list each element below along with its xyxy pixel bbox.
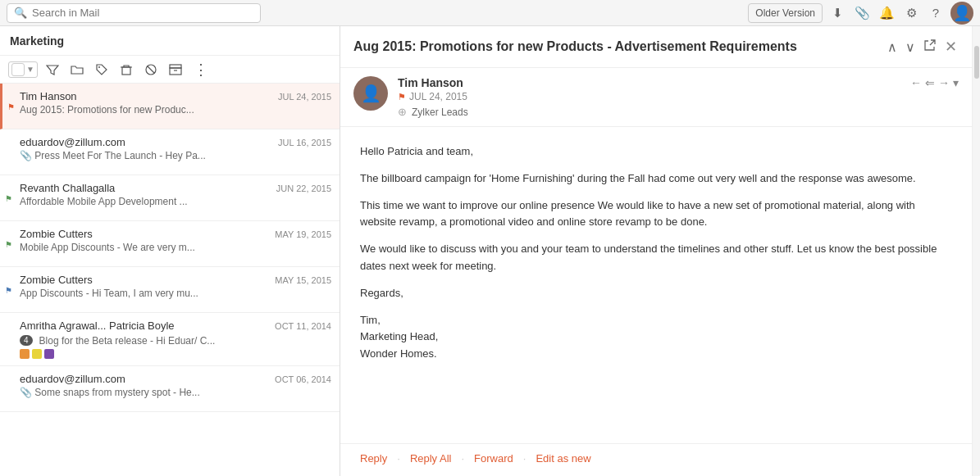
email-date-5: MAY 15, 2015 — [275, 275, 331, 285]
folder-icon — [71, 63, 84, 76]
email-date-7: OCT 06, 2014 — [275, 374, 331, 384]
meta-to: ⊕ Zylker Leads — [398, 106, 900, 118]
body-para-2: This time we want to improve our online … — [360, 197, 952, 232]
topbar: 🔍 Older Version ⬇ 📎 🔔 ⚙ ? 👤 — [0, 0, 980, 26]
flag-icon-blue-5: ⚑ — [5, 285, 12, 294]
body-para-1: The billboard campaign for 'Home Furnish… — [360, 170, 952, 188]
email-badge-6: 4 — [20, 335, 33, 346]
prev-email-button[interactable]: ∧ — [886, 38, 899, 57]
email-meta: 👤 Tim Hanson ⚑ JUL 24, 2015 ⊕ Zylker Lea… — [340, 68, 972, 127]
flag-icon-green-4: ⚑ — [5, 239, 12, 248]
email-item-7[interactable]: eduardov@zillum.com OCT 06, 2014 📎 Some … — [0, 366, 340, 412]
search-input[interactable] — [32, 7, 245, 19]
email-subject: Aug 2015: Promotions for new Products - … — [353, 39, 886, 54]
email-date-6: OCT 11, 2014 — [275, 321, 331, 331]
body-regards: Regards, — [360, 285, 952, 302]
svg-rect-1 — [122, 67, 130, 75]
sidebar-title: Marketing — [0, 26, 340, 56]
email-panel-actions: ∧ ∨ ✕ — [886, 36, 959, 57]
email-date-3: JUN 22, 2015 — [276, 184, 331, 193]
download-icon[interactable]: ⬇ — [827, 3, 847, 23]
email-panel-header: Aug 2015: Promotions for new Products - … — [340, 26, 972, 68]
reply-button[interactable]: Reply — [360, 452, 387, 465]
search-icon: 🔍 — [14, 7, 27, 19]
body-para-3: We would like to discuss with you and yo… — [360, 241, 952, 275]
email-preview-6: Blog for the Beta release - Hi Eduar/ C.… — [39, 335, 331, 347]
email-content-3: Revanth Challagalla JUN 22, 2015 Afforda… — [20, 182, 331, 207]
email-item-4[interactable]: ⚑ Zombie Cutters MAY 19, 2015 Mobile App… — [0, 221, 340, 267]
email-content-1: Tim Hanson JUL 24, 2015 Aug 2015: Promot… — [20, 90, 331, 116]
flag-icon-red: ⚑ — [7, 102, 15, 111]
reply-all-button[interactable]: Reply All — [410, 452, 452, 465]
sidebar-toolbar: ▼ ⋮ — [0, 56, 340, 84]
email-sender-4: Zombie Cutters — [20, 228, 93, 240]
color-tags-6 — [20, 349, 331, 359]
checkbox-dropdown[interactable]: ▼ — [8, 61, 38, 78]
archive-icon — [169, 63, 182, 76]
settings-icon[interactable]: ⚙ — [901, 3, 921, 23]
reply-all-header-button[interactable]: ⇐ — [925, 76, 935, 89]
email-content-6: Amritha Agrawal... Patricia Boyle OCT 11… — [20, 320, 331, 359]
right-scrollbar[interactable] — [972, 26, 980, 476]
help-icon[interactable]: ? — [926, 3, 946, 23]
body-greeting: Hello Patricia and team, — [360, 143, 952, 161]
email-item-5[interactable]: ⚑ Zombie Cutters MAY 15, 2015 App Discou… — [0, 267, 340, 313]
forward-button[interactable]: Forward — [474, 452, 513, 465]
tag-button[interactable] — [92, 61, 112, 78]
forward-header-button[interactable]: → — [938, 76, 950, 89]
topbar-right: Older Version ⬇ 📎 🔔 ⚙ ? 👤 — [748, 2, 973, 25]
email-item-2[interactable]: eduardov@zillum.com JUL 16, 2015 📎 Press… — [0, 129, 340, 175]
reply-header-button[interactable]: ← — [910, 76, 922, 89]
email-preview-5: App Discounts - Hi Team, I am very mu... — [20, 288, 331, 299]
email-date-2: JUL 16, 2015 — [278, 138, 331, 147]
meta-details: Tim Hanson ⚑ JUL 24, 2015 ⊕ Zylker Leads — [398, 76, 900, 118]
edit-as-new-button[interactable]: Edit as new — [536, 452, 590, 465]
close-panel-button[interactable]: ✕ — [943, 36, 959, 57]
body-signature: Tim, Marketing Head, Wonder Homes. — [360, 312, 952, 363]
popout-icon — [923, 39, 937, 52]
email-sender-5: Zombie Cutters — [20, 274, 93, 286]
email-item-6[interactable]: Amritha Agrawal... Patricia Boyle OCT 11… — [0, 313, 340, 366]
email-footer: Reply · Reply All · Forward · Edit as ne… — [340, 443, 972, 476]
delete-button[interactable] — [116, 61, 136, 78]
bell-icon[interactable]: 🔔 — [877, 3, 896, 23]
svg-line-3 — [147, 66, 154, 73]
email-preview-4: Mobile App Discounts - We are very m... — [20, 242, 331, 253]
popout-button[interactable] — [922, 37, 938, 57]
email-content-4: Zombie Cutters MAY 19, 2015 Mobile App D… — [20, 228, 331, 253]
email-sender-7: eduardov@zillum.com — [20, 373, 125, 385]
email-preview-7: 📎 Some snaps from mystery spot - He... — [20, 387, 331, 398]
email-item-1[interactable]: ⚑ Tim Hanson JUL 24, 2015 Aug 2015: Prom… — [0, 84, 340, 129]
more-button[interactable]: ⋮ — [190, 61, 212, 79]
meta-action-buttons: ← ⇐ → ▾ — [910, 76, 959, 89]
email-preview-2: 📎 Press Meet For The Launch - Hey Pa... — [20, 150, 331, 161]
search-box[interactable]: 🔍 — [7, 3, 261, 23]
meta-flag-icon: ⚑ — [398, 92, 406, 102]
filter-button[interactable] — [43, 61, 62, 78]
email-content-7: eduardov@zillum.com OCT 06, 2014 📎 Some … — [20, 373, 331, 398]
email-item-3[interactable]: ⚑ Revanth Challagalla JUN 22, 2015 Affor… — [0, 175, 340, 221]
select-checkbox[interactable] — [11, 63, 25, 76]
sender-name: Tim Hanson — [398, 76, 900, 89]
block-button[interactable] — [141, 61, 161, 78]
folder-button[interactable] — [67, 61, 87, 78]
email-panel: Aug 2015: Promotions for new Products - … — [340, 26, 972, 476]
tag-icon — [95, 63, 108, 76]
sender-avatar: 👤 — [353, 76, 388, 111]
more-header-button[interactable]: ▾ — [953, 76, 959, 89]
archive-button[interactable] — [166, 61, 185, 78]
older-version-button[interactable]: Older Version — [748, 3, 823, 23]
scroll-thumb — [974, 46, 979, 79]
avatar[interactable]: 👤 — [950, 2, 973, 25]
email-date-4: MAY 19, 2015 — [275, 229, 331, 239]
checkbox-arrow-icon: ▼ — [26, 65, 34, 74]
sidebar: Marketing ▼ ⋮ — [0, 26, 340, 476]
next-email-button[interactable]: ∨ — [904, 38, 917, 57]
email-sender-3: Revanth Challagalla — [20, 182, 115, 194]
svg-rect-5 — [170, 68, 181, 75]
email-preview-1: Aug 2015: Promotions for new Produc... — [20, 104, 331, 116]
paperclip-icon[interactable]: 📎 — [852, 3, 872, 23]
email-list: ⚑ Tim Hanson JUL 24, 2015 Aug 2015: Prom… — [0, 84, 340, 476]
to-circle-icon: ⊕ — [398, 106, 407, 118]
email-sender-2: eduardov@zillum.com — [20, 136, 125, 148]
